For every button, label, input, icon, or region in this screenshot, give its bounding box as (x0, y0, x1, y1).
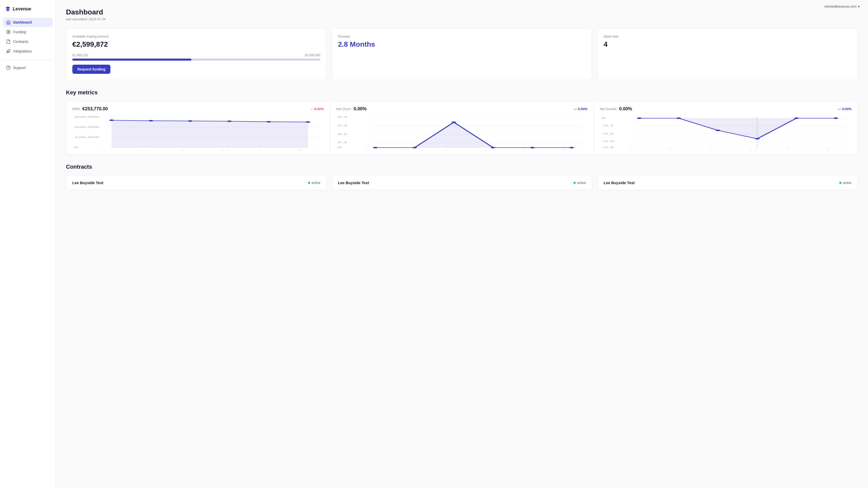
status-dot-3 (839, 182, 841, 184)
svg-text:0.1: 0.1 (338, 141, 348, 143)
svg-text:Apr: Apr (629, 150, 640, 150)
churn-title-row: Net Churn 0.00% (336, 106, 367, 111)
puzzle-icon (6, 49, 11, 54)
growth-header: Net Growth 0.00% — 0.00% (600, 106, 851, 111)
svg-text:Jun: Jun (444, 150, 455, 150)
mrr-chart: 300,000 200,000 100,000 0 (72, 115, 323, 150)
contract-card-1[interactable]: Lee Buyside Test active (66, 175, 327, 190)
metrics-panels: MRR €253,770.00 ↓ -0.32% 300,000 200,000… (66, 101, 858, 155)
trading-amount-card: Available trading amount €2,599,872 €2,4… (66, 28, 327, 80)
churn-panel: Net Churn 0.00% — 0.00% 0.4 0.3 0.2 0.1 … (330, 101, 594, 154)
arrow-down-icon: ↓ (311, 107, 312, 111)
svg-text:Sep: Sep (825, 150, 838, 150)
contract-status-3: active (839, 181, 851, 185)
sidebar-item-label: Funding (13, 30, 26, 34)
runway-label: Runway (338, 34, 586, 38)
contract-card-3[interactable]: Lee Buyside Test active (597, 175, 858, 190)
topbar: michiel@levenue.com ▾ (816, 0, 868, 13)
sidebar-item-integrations[interactable]: Integrations (3, 47, 53, 56)
svg-text:Jun: Jun (707, 150, 719, 150)
svg-point-12 (149, 120, 153, 122)
svg-text:100,000: 100,000 (74, 136, 99, 138)
churn-chart: 0.4 0.3 0.2 0.1 0 (336, 115, 587, 150)
svg-text:200,000: 200,000 (74, 126, 99, 128)
app-name: Levenue (13, 6, 31, 12)
contracts-grid: Lee Buyside Test active Lee Buyside Test… (66, 175, 858, 190)
churn-value: 0.00% (354, 106, 367, 111)
svg-text:0.3: 0.3 (338, 124, 348, 127)
svg-text:300,000: 300,000 (74, 116, 99, 118)
svg-point-16 (306, 121, 310, 123)
svg-text:May: May (403, 150, 417, 150)
contracts-section-title: Contracts (66, 164, 858, 170)
svg-text:Aug: Aug (258, 150, 270, 150)
file-icon (6, 39, 11, 44)
svg-text:May: May (140, 150, 153, 150)
contract-status-1: active (308, 181, 320, 185)
svg-text:-0.1: -0.1 (601, 124, 614, 127)
logo-icon (5, 6, 11, 12)
sidebar-item-support[interactable]: Support (3, 63, 53, 72)
request-funding-button[interactable]: Request funding (72, 65, 111, 74)
status-text-3: active (843, 181, 851, 185)
sidebar-item-label: Contracts (13, 39, 28, 44)
app-logo: Levenue (0, 5, 56, 18)
open-bids-card: Open bids 4 (597, 28, 858, 80)
progress-fill (72, 59, 191, 61)
line-icon: — (838, 107, 841, 111)
svg-point-57 (676, 118, 681, 119)
svg-text:Aug: Aug (785, 150, 798, 150)
sidebar-item-label: Support (13, 66, 26, 70)
growth-chart: 0 -0.1 -0.2 -0.3 -0.4 (600, 115, 851, 150)
sidebar-item-label: Integrations (13, 49, 32, 53)
mrr-panel: MRR €253,770.00 ↓ -0.32% 300,000 200,000… (66, 101, 330, 154)
sidebar-item-funding[interactable]: Funding (3, 27, 53, 36)
trading-value: €2,599,872 (72, 40, 320, 48)
svg-text:Jul: Jul (484, 150, 493, 150)
mrr-change: ↓ -0.32% (311, 107, 324, 111)
contract-status-2: active (574, 181, 586, 185)
mrr-value: €253,770.00 (83, 106, 108, 111)
svg-text:Apr: Apr (365, 150, 376, 150)
growth-value: 0.00% (619, 106, 632, 111)
bids-label: Open bids (603, 34, 851, 38)
svg-text:Jul: Jul (748, 150, 757, 150)
progress-labels: €2,400,128 €5,000,000 (72, 54, 320, 57)
svg-text:-0.3: -0.3 (601, 140, 614, 142)
contract-card-2[interactable]: Lee Buyside Test active (332, 175, 592, 190)
trading-label: Available trading amount (72, 34, 320, 38)
sidebar-item-dashboard[interactable]: Dashboard (3, 18, 53, 27)
svg-point-38 (569, 147, 574, 149)
chevron-down-icon[interactable]: ▾ (858, 5, 860, 8)
main-content: Dashboard last calculated: 2024-07-24 Av… (56, 0, 868, 488)
progress-min: €2,400,128 (72, 54, 88, 57)
mrr-label: MRR (72, 107, 80, 111)
mrr-header: MRR €253,770.00 ↓ -0.32% (72, 106, 323, 111)
svg-point-58 (715, 130, 720, 131)
contract-name-1: Lee Buyside Test (72, 181, 103, 185)
svg-point-37 (530, 147, 535, 149)
svg-point-59 (755, 138, 760, 139)
svg-point-13 (188, 120, 193, 122)
svg-text:-0.2: -0.2 (601, 132, 614, 135)
mrr-title-row: MRR €253,770.00 (72, 106, 108, 111)
sidebar-item-label: Dashboard (13, 20, 32, 24)
sidebar-divider (3, 59, 53, 60)
svg-text:0: 0 (601, 117, 605, 119)
svg-point-14 (227, 121, 232, 122)
summary-cards: Available trading amount €2,599,872 €2,4… (66, 28, 858, 80)
circle-dollar-icon (6, 30, 11, 34)
status-dot-1 (308, 182, 310, 184)
svg-text:Sep: Sep (561, 150, 574, 150)
churn-label: Net Churn (336, 107, 351, 111)
svg-text:Sep: Sep (297, 150, 310, 150)
sidebar-item-contracts[interactable]: Contracts (3, 37, 53, 46)
svg-text:0.2: 0.2 (338, 133, 348, 135)
growth-label: Net Growth (600, 107, 617, 111)
svg-point-36 (491, 147, 496, 149)
churn-change: — 0.00% (574, 107, 588, 111)
svg-text:Jun: Jun (180, 150, 191, 150)
svg-point-56 (637, 118, 642, 119)
svg-text:Apr: Apr (101, 150, 113, 150)
growth-title-row: Net Growth 0.00% (600, 106, 632, 111)
